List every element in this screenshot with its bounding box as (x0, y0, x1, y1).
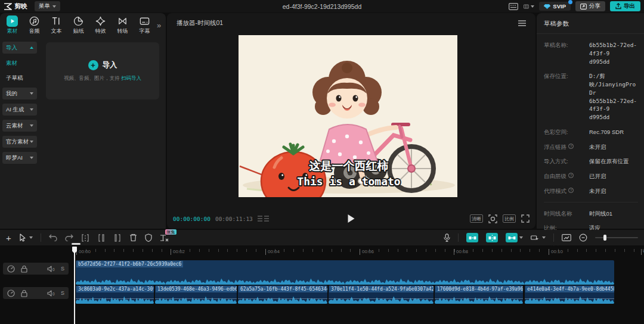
split-clip-button[interactable] (81, 234, 89, 242)
total-duration: 00:00:11:13 (215, 216, 253, 222)
shortcut-keyboard-icon[interactable] (508, 2, 519, 11)
trim-left-button[interactable] (97, 234, 106, 242)
tab-caption[interactable]: 字幕 (134, 15, 156, 35)
sidebar-item-mine[interactable]: 我的 (2, 88, 37, 99)
param-value: D:/剪映/JianyingPro Dr 6b55b1b2-72ed-4f3f-… (589, 72, 638, 122)
share-button[interactable]: 分享 (575, 1, 605, 11)
subtitle-chinese: 这是一个西红柿 (309, 160, 389, 172)
info-icon[interactable]: ? (568, 173, 574, 178)
mirror-shield-button[interactable] (145, 233, 152, 242)
speed-gauge-icon[interactable] (7, 289, 15, 297)
preview-quality-icon[interactable] (562, 234, 571, 241)
audio-clip[interactable]: 3c8603a0-9e2c-437a-a14c-30fab5ec (76, 285, 154, 304)
scan-import-link[interactable]: 扫码导入 (121, 75, 141, 81)
record-voiceover-button[interactable] (444, 233, 450, 242)
effects-icon (95, 15, 106, 27)
sticker-icon (73, 15, 84, 27)
audio-clip[interactable]: 13de0539-468e-46a3-9496-edb6ebe (155, 285, 237, 304)
delete-button[interactable] (129, 233, 137, 242)
timeline-scroll-thumb[interactable] (72, 243, 80, 245)
mute-icon[interactable]: 0 (47, 266, 55, 272)
sidebar-item-label: 云素材 (6, 122, 23, 130)
param-value[interactable]: Rec.709 SDR (589, 128, 624, 136)
ruler-tick: 00:08 (454, 249, 468, 255)
speed-gauge-icon[interactable] (7, 265, 15, 273)
audio-waveform (76, 293, 154, 304)
sidebar-item-label: 子草稿 (6, 74, 23, 82)
timeline-zoom-slider[interactable] (595, 237, 638, 238)
sidebar-item-import[interactable]: 导入 (2, 42, 37, 54)
undo-button[interactable] (49, 234, 57, 241)
audio-clip[interactable]: 17600d9d-e818-4b4d-97af-e39a96f093d (435, 285, 523, 304)
import-dropzone[interactable]: + 导入 视频、音频、图片，支持 扫码导入 (46, 42, 159, 99)
solo-icon[interactable]: S (61, 290, 64, 296)
sidebar-item-cloud-material[interactable]: 云素材 (2, 120, 37, 132)
sidebar-item-label: 官方素材 (6, 138, 29, 146)
player-menu-icon[interactable] (518, 20, 526, 26)
preview-axis-toggle[interactable] (506, 233, 523, 242)
tab-media[interactable]: 素材 (1, 15, 23, 35)
svip-button[interactable]: SVIP (539, 2, 571, 11)
playhead-line[interactable] (74, 247, 75, 324)
auto-snap-toggle[interactable] (466, 233, 478, 242)
solo-icon[interactable]: S (61, 266, 64, 272)
sidebar-item-dreamina-ai[interactable]: 即梦AI (2, 152, 37, 164)
sidebar-item-subdraft[interactable]: 子草稿 (2, 73, 37, 83)
video-clip[interactable]: b5d72d56-2f27-41f2-b6b7-26c5939a0ec6 (76, 260, 614, 285)
play-button[interactable] (348, 214, 355, 223)
param-value[interactable]: 时间线01 (589, 210, 612, 218)
param-value[interactable]: 未开启 (589, 187, 606, 195)
audio-waveform (525, 293, 614, 304)
tab-transition[interactable]: 转场 (112, 15, 134, 35)
zoom-out-button[interactable] (579, 233, 587, 242)
lock-icon[interactable] (21, 289, 27, 297)
info-icon[interactable]: ? (568, 188, 574, 193)
sidebar-item-official-material[interactable]: 官方素材 (2, 136, 37, 148)
audio-clip[interactable]: 62a5a75a-16fb-443f-8f45-654634c997f7 (238, 285, 327, 304)
param-value[interactable]: 已开启 (589, 172, 606, 180)
tab-label: 转场 (117, 27, 128, 35)
video-frame-illustration: 这是一个西红柿 This is a tomato (239, 35, 457, 197)
video-preview[interactable]: 这是一个西红柿 This is a tomato (239, 35, 457, 197)
draft-params-panel: 草稿参数 草稿名称: 6b55b1b2-72ed-4f3f-9 d995dd 保… (537, 13, 644, 229)
param-value[interactable]: 保留在原有位置 (589, 157, 629, 166)
audio-clip[interactable]: e414e0a4-3e4f-4b7a-9ee0-8db445bff321 (525, 285, 614, 304)
timeline-tracks: b5d72d56-2f27-41f2-b6b7-26c5939a0ec6 3c8… (72, 258, 644, 324)
select-tool-button[interactable] (19, 233, 33, 242)
tab-sticker[interactable]: 贴纸 (67, 15, 89, 35)
info-icon[interactable]: ? (568, 144, 574, 149)
tab-effects[interactable]: 特效 (89, 15, 112, 35)
quality-button[interactable]: 清晰 (470, 214, 483, 223)
frame-list-icon[interactable] (258, 216, 269, 222)
param-row-color-space: 色彩空间: Rec.709 SDR (544, 128, 638, 136)
ratio-button[interactable]: 比例 (503, 214, 516, 223)
audio-clip[interactable]: 370e11f4-1e50-44fd-a524-9fa6e0307a42 (329, 285, 434, 304)
focus-preview-icon[interactable] (488, 214, 497, 223)
layout-panels-icon[interactable] (524, 2, 534, 11)
trim-right-button[interactable] (113, 234, 122, 242)
lock-icon[interactable] (21, 265, 27, 273)
more-tabs-chevron[interactable]: » (157, 21, 161, 30)
audio-track-header: 0 S (3, 287, 69, 299)
text-clear-button[interactable]: 限免 (160, 234, 169, 242)
redo-button[interactable] (65, 234, 73, 241)
caption-icon (139, 15, 150, 27)
timeline-ruler[interactable]: 00:00 00:02 00:04 00:06 00:08 00:10 00:1… (72, 247, 644, 258)
share-icon (580, 4, 587, 10)
sidebar-item-material[interactable]: 素材 (2, 58, 37, 68)
chevron-up-icon (30, 46, 33, 49)
mute-icon[interactable]: 0 (47, 290, 55, 297)
tab-label: 音频 (29, 27, 40, 35)
sidebar-item-ai-generate[interactable]: AI 生成 (2, 104, 37, 116)
tab-text[interactable]: 文本 (45, 15, 67, 35)
tab-audio[interactable]: 音频 (23, 15, 45, 35)
menu-button[interactable]: 菜单 (35, 1, 60, 11)
share-label: 分享 (589, 2, 600, 10)
add-track-button[interactable]: + (6, 233, 11, 243)
fullscreen-icon[interactable] (521, 214, 530, 223)
zoom-slider-handle[interactable] (603, 235, 606, 241)
param-value[interactable]: 未开启 (589, 143, 606, 151)
track-tool-dropdown[interactable] (531, 234, 546, 242)
export-button[interactable]: 导出 (610, 1, 640, 11)
linkage-toggle[interactable] (486, 233, 498, 242)
